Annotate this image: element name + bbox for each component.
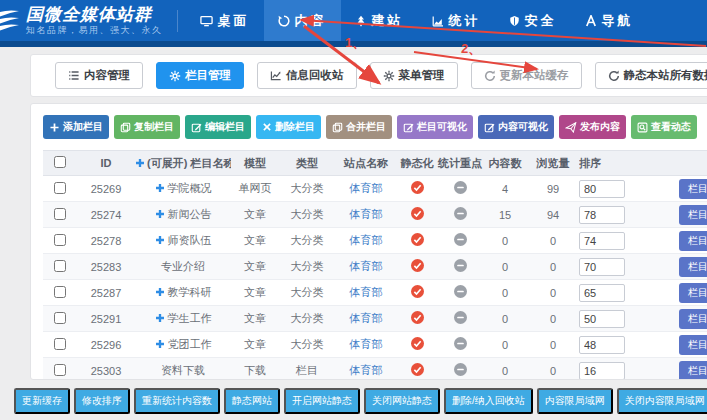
stat-focus-icon[interactable] [454,285,467,300]
module-tab-1[interactable]: 栏目管理 [156,62,244,89]
static-enabled-icon[interactable] [411,207,424,222]
bulk-action-button-4[interactable]: 开启网站静态 [284,388,360,414]
nav-item-navigate[interactable]: 导航 [571,0,648,41]
expand-row-icon[interactable] [155,183,165,195]
sort-order-input[interactable] [579,310,625,328]
expand-row-icon[interactable] [155,287,165,299]
toolbar-button-3[interactable]: 删除栏目 [256,115,321,139]
stat-focus-icon[interactable] [454,181,467,196]
static-enabled-icon[interactable] [411,311,424,326]
row-content-count: 0 [483,280,527,306]
bulk-action-button-6[interactable]: 删除/纳入回收站 [444,388,533,414]
bulk-action-button-0[interactable]: 更新缓存 [14,388,70,414]
static-enabled-icon[interactable] [411,337,424,352]
row-content-count: 0 [483,358,527,381]
gear-icon [169,70,181,82]
module-tab-5[interactable]: 静态本站所有数据 [595,62,707,89]
nav-item-site[interactable]: 建站 [341,0,418,41]
row-model: 文章 [231,332,279,358]
sort-order-input[interactable] [579,258,625,276]
module-tab-2[interactable]: 信息回收站 [257,62,357,89]
sort-order-input[interactable] [579,362,625,380]
row-checkbox[interactable] [54,208,66,220]
bulk-action-button-7[interactable]: 内容限局域网 [537,388,613,414]
merge-icon [332,122,343,133]
stat-focus-icon[interactable] [454,259,467,274]
site-name-link[interactable]: 体育部 [350,312,383,324]
bulk-action-button-1[interactable]: 修改排序 [74,388,130,414]
toolbar-button-1[interactable]: 复制栏目 [114,115,180,139]
sort-order-input[interactable] [579,206,625,224]
stat-focus-icon[interactable] [454,233,467,248]
row-checkbox[interactable] [54,234,66,246]
row-views: 0 [527,254,579,280]
row-views: 0 [527,228,579,254]
expand-row-icon[interactable] [155,235,165,247]
site-name-link[interactable]: 体育部 [350,286,383,298]
nav-item-security[interactable]: 安全 [495,0,571,41]
column-goto-button[interactable]: 栏目直达 [679,231,707,251]
module-tab-0[interactable]: 内容管理 [55,62,143,89]
site-name-link[interactable]: 体育部 [350,182,383,194]
column-name: 学生工作 [168,312,212,324]
expand-row-icon[interactable] [155,209,165,221]
row-checkbox[interactable] [54,364,66,376]
refresh-icon [608,70,620,82]
column-actions-toolbar: 添加栏目 复制栏目 编辑栏目 删除栏目 合并栏目 栏目可视化 内容可视化 发布内… [31,104,707,139]
toolbar-button-6[interactable]: 内容可视化 [478,115,554,139]
column-goto-button[interactable]: 栏目直达 [679,309,707,329]
sort-order-input[interactable] [579,336,625,354]
toolbar-button-2[interactable]: 编辑栏目 [185,115,251,139]
column-goto-button[interactable]: 栏目直达 [679,361,707,381]
expand-row-icon[interactable] [155,313,165,325]
bulk-action-button-8[interactable]: 关闭内容限局域网 [617,388,707,414]
column-goto-button[interactable]: 栏目直达 [679,283,707,303]
toolbar-button-7[interactable]: 发布内容 [559,115,626,139]
toolbar-button-5[interactable]: 栏目可视化 [397,115,473,139]
column-goto-button[interactable]: 栏目直达 [679,257,707,277]
toolbar-button-4[interactable]: 合并栏目 [326,115,392,139]
static-enabled-icon[interactable] [411,363,424,378]
module-tab-3[interactable]: 菜单管理 [370,62,458,89]
top-navbar: 国微全媒体站群 知名品牌，易用、强大、永久 桌面 内容 建站 统计 安全 导航 [0,0,707,41]
stat-focus-icon[interactable] [454,363,467,378]
row-checkbox[interactable] [54,312,66,324]
toolbar-button-0[interactable]: 添加栏目 [43,115,109,139]
row-checkbox[interactable] [54,286,66,298]
nav-item-content[interactable]: 内容 [264,0,341,41]
nav-item-desktop[interactable]: 桌面 [186,0,264,41]
static-enabled-icon[interactable] [411,285,424,300]
site-name-link[interactable]: 体育部 [350,364,383,376]
stat-focus-icon[interactable] [454,311,467,326]
sort-order-input[interactable] [579,284,625,302]
toolbar-button-8[interactable]: 查看动态 [631,115,697,139]
expand-row-icon[interactable] [155,339,165,351]
sort-order-input[interactable] [579,232,625,250]
bulk-action-button-2[interactable]: 重新统计内容数 [134,388,220,414]
select-all-checkbox[interactable] [54,156,66,168]
static-enabled-icon[interactable] [411,233,424,248]
bulk-action-button-5[interactable]: 关闭网站静态 [364,388,440,414]
nav-item-stats[interactable]: 统计 [418,0,495,41]
row-id: 25269 [77,176,135,202]
expand-all-icon[interactable] [135,158,145,170]
bulk-action-button-3[interactable]: 静态网站 [224,388,280,414]
site-name-link[interactable]: 体育部 [350,208,383,220]
site-name-link[interactable]: 体育部 [350,260,383,272]
module-tab-4[interactable]: 更新本站缓存 [471,62,582,89]
col-header-views: 浏览量 [527,151,579,176]
stat-focus-icon[interactable] [454,207,467,222]
static-enabled-icon[interactable] [411,181,424,196]
row-checkbox[interactable] [54,338,66,350]
column-goto-button[interactable]: 栏目直达 [679,205,707,225]
row-checkbox[interactable] [54,260,66,272]
column-goto-button[interactable]: 栏目直达 [679,335,707,355]
site-name-link[interactable]: 体育部 [350,234,383,246]
site-name-link[interactable]: 体育部 [350,338,383,350]
stat-focus-icon[interactable] [454,337,467,352]
sort-order-input[interactable] [579,180,625,198]
static-enabled-icon[interactable] [411,259,424,274]
column-goto-button[interactable]: 栏目直达 [679,179,707,199]
row-content-count: 0 [483,332,527,358]
row-checkbox[interactable] [54,182,66,194]
